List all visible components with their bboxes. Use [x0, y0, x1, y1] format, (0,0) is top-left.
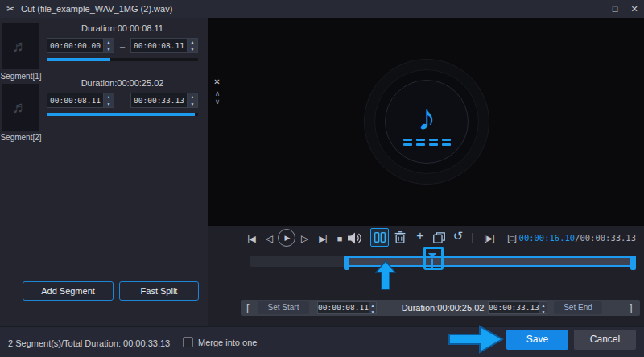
audio-emblem: ♪ [364, 59, 489, 185]
volume-button[interactable] [348, 232, 364, 244]
range-dash: – [120, 41, 125, 51]
segment2-start-input[interactable]: 00:00:08.11 ▲ ▼ [47, 93, 114, 108]
cancel-button[interactable]: Cancel [574, 330, 636, 350]
equalizer-dashes [403, 139, 451, 146]
merge-label: Merge into one [198, 338, 257, 347]
trim-end-value[interactable]: 00:00:33.13 [489, 302, 539, 313]
segment2-label: Segment[2] [0, 133, 42, 142]
selection-end-handle[interactable] [630, 256, 636, 270]
segment2-start-value[interactable]: 00:00:08.11 [47, 93, 103, 107]
segment1-label: Segment[1] [0, 72, 42, 81]
frame-back-button[interactable]: ◁ [263, 232, 275, 245]
delete-segment-button[interactable] [394, 231, 406, 243]
split-icon [374, 232, 386, 243]
spin-up-icon[interactable]: ▲ [104, 39, 114, 46]
preview-area: ♪ [208, 18, 644, 226]
trim-start-value[interactable]: 00:00:08.11 [318, 302, 369, 313]
trim-duration-label: Duration:00:00:25.02 [386, 303, 499, 313]
spinner-arrows[interactable]: ▲ ▼ [187, 39, 197, 52]
spin-up-icon[interactable]: ▲ [540, 302, 547, 309]
add-segment-toolbar-button[interactable]: + [413, 228, 427, 244]
window-title: Cut (file_example_WAV_1MG (2).wav) [21, 4, 172, 14]
spinner-arrows[interactable]: ▲ ▼ [369, 302, 376, 313]
copy-icon [433, 232, 445, 243]
save-button[interactable]: Save [506, 330, 568, 350]
segment2-end-input[interactable]: 00:00:33.13 ▲ ▼ [130, 93, 198, 108]
annotation-highlight-box [423, 247, 444, 270]
close-button[interactable]: ✕ [625, 0, 644, 18]
spin-down-icon[interactable]: ▼ [104, 46, 114, 53]
spinner-arrows[interactable]: ▲ ▼ [103, 39, 114, 52]
range-dash: – [120, 96, 125, 106]
segment2-time-range: 00:00:08.11 ▲ ▼ – 00:00:33.13 ▲ ▼ [47, 93, 198, 108]
snapshot-button[interactable] [433, 232, 445, 243]
segment2-progressbar [47, 113, 198, 116]
set-end-button[interactable]: Set End [554, 301, 602, 314]
add-segment-button[interactable]: Add Segment [23, 281, 114, 301]
scissors-icon: ✂ [6, 3, 14, 15]
trim-start-input[interactable]: 00:00:08.11 ▲ ▼ [317, 301, 377, 314]
trash-icon [394, 231, 406, 243]
maximize-button[interactable]: □ [605, 0, 625, 18]
spin-up-icon[interactable]: ▲ [369, 302, 376, 309]
play-button[interactable]: ▶ [278, 229, 295, 247]
spinner-arrows[interactable]: ▲ ▼ [103, 93, 114, 107]
segment2-progress-fill [47, 113, 195, 116]
stop-button[interactable]: ■ [334, 232, 345, 245]
trim-end-input[interactable]: 00:00:33.13 ▲ ▼ [488, 301, 547, 314]
segment1-progressbar [47, 58, 198, 61]
segment1-start-value[interactable]: 00:00:00.00 [47, 39, 103, 52]
spin-down-icon[interactable]: ▼ [188, 101, 197, 108]
frame-forward-button[interactable]: ▷ [299, 232, 311, 245]
skip-to-start-button[interactable]: |◀ [242, 232, 260, 245]
spin-down-icon[interactable]: ▼ [540, 309, 547, 315]
annotation-up-arrow [375, 260, 396, 290]
titlebar: ✂ Cut (file_example_WAV_1MG (2).wav) □ ✕ [0, 0, 644, 18]
start-bracket: [ [246, 301, 250, 313]
spin-up-icon[interactable]: ▲ [104, 93, 114, 101]
segment2-duration: Duration:00:00:25.02 [45, 78, 200, 88]
skip-to-end-button[interactable]: ▶| [314, 232, 332, 245]
time-display: 00:00:16.10/00:00:33.13 [519, 233, 636, 243]
big-music-note-icon: ♪ [418, 98, 436, 135]
segment2-thumbnail[interactable]: ♬ [2, 84, 39, 131]
spinner-arrows[interactable]: ▲ ▼ [187, 93, 197, 107]
segment2-end-value[interactable]: 00:00:33.13 [131, 93, 187, 107]
toolbar-divider [472, 233, 473, 243]
segment1-thumbnail[interactable]: ♬ [2, 23, 39, 69]
segment1-duration: Duration:00:00:08.11 [45, 23, 200, 33]
segments-summary: 2 Segment(s)/Total Duration: 00:00:33.13 [8, 338, 170, 348]
preview-segment-play-button[interactable]: [▶] [479, 232, 500, 245]
cut-dialog-window: ✂ Cut (file_example_WAV_1MG (2).wav) □ ✕… [0, 0, 644, 357]
fast-split-button[interactable]: Fast Split [119, 281, 199, 301]
merge-checkbox[interactable] [183, 337, 193, 347]
end-bracket: ] [630, 301, 633, 313]
speaker-icon [348, 232, 364, 244]
current-time: 00:00:16.10 [519, 233, 576, 243]
reset-button[interactable]: ↺ [451, 229, 465, 243]
set-start-button[interactable]: Set Start [258, 301, 309, 314]
spin-down-icon[interactable]: ▼ [104, 101, 114, 108]
segment1-end-input[interactable]: 00:00:08.11 ▲ ▼ [130, 38, 198, 53]
segment1-progress-fill [47, 58, 110, 61]
segment2-remove-button[interactable]: ✕ [211, 77, 223, 88]
total-time: 00:00:33.13 [580, 233, 636, 243]
spinner-arrows[interactable]: ▲ ▼ [539, 302, 547, 313]
annotation-save-arrow [448, 325, 504, 354]
play-icon: ▶ [285, 234, 291, 242]
segment1-start-input[interactable]: 00:00:00.00 ▲ ▼ [47, 38, 114, 53]
segment1-end-value[interactable]: 00:00:08.11 [131, 39, 187, 52]
spin-up-icon[interactable]: ▲ [188, 39, 197, 46]
selection-start-handle[interactable] [344, 256, 349, 270]
spin-up-icon[interactable]: ▲ [188, 93, 197, 101]
segment2-move-down-icon[interactable]: ∨ [213, 97, 222, 106]
segment1-time-range: 00:00:00.00 ▲ ▼ – 00:00:08.11 ▲ ▼ [47, 38, 198, 53]
music-note-icon: ♬ [12, 37, 28, 56]
music-note-icon: ♬ [12, 98, 28, 117]
footer-bar: 2 Segment(s)/Total Duration: 00:00:33.13… [0, 326, 644, 357]
spin-down-icon[interactable]: ▼ [188, 46, 197, 53]
spin-down-icon[interactable]: ▼ [369, 309, 376, 315]
split-button[interactable] [370, 228, 389, 247]
